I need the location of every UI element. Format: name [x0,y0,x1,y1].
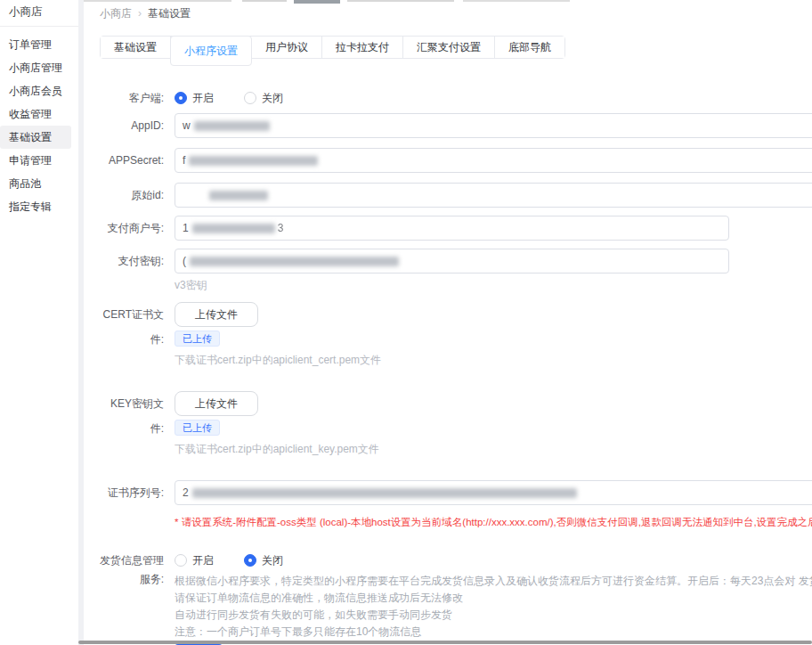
cert-file-hint: 下载证书cert.zip中的apiclient_cert.pem文件 [175,354,812,366]
main-content: 小商店 › 基础设置 基础设置 小程序设置 用户协议 拉卡拉支付 汇聚支付设置 … [84,0,812,645]
shipping-desc-line: 根据微信小程序要求，特定类型的小程序需要在平台完成发货信息录入及确认收货流程后方… [175,573,812,590]
client-on-label[interactable]: 开启 [192,91,214,106]
sidebar-menu: 订单管理 小商店管理 小商店会员 收益管理 基础设置 申请管理 商品池 指定专辑 [0,27,78,218]
sidebar-item-revenue-management[interactable]: 收益管理 [0,102,71,126]
original-id-masked-value [209,191,268,200]
shipping-desc-line: 注意：一个商户订单号下最多只能存在10个物流信息 [175,624,812,641]
shipping-off-label[interactable]: 关闭 [262,553,283,568]
key-uploaded-tag: 已上传 [175,420,220,436]
cert-serial-label: 证书序列号: [100,480,175,505]
shipping-desc-line: 请保证订单物流信息的准确性，物流信息推送成功后无法修改 [175,590,812,607]
cert-file-label: CERT证书文件: [100,302,175,352]
shipping-service-description: 根据微信小程序要求，特定类型的小程序需要在平台完成发货信息录入及确认收货流程后方… [175,573,812,641]
original-id-input[interactable] [175,183,812,208]
pay-key-value-prefix: ( [183,255,186,267]
pay-key-label: 支付密钥: [100,249,175,274]
cert-serial-value-prefix: 2 [183,486,189,499]
sidebar-item-shop-members[interactable]: 小商店会员 [0,79,71,102]
shipping-desc-line: 自动进行同步发货有失败的可能，如失败需要手动同步发货 [175,607,812,624]
breadcrumb: 小商店 › 基础设置 [100,5,812,21]
sidebar-item-basic-settings[interactable]: 基础设置 [0,126,71,149]
pay-key-hint: v3密钥 [175,279,812,291]
appid-input[interactable]: w [175,113,812,138]
appsecret-input[interactable]: f [175,148,812,173]
sidebar-item-order-management[interactable]: 订单管理 [0,33,71,56]
sidebar: 小商店 订单管理 小商店管理 小商店会员 收益管理 基础设置 申请管理 商品池 … [0,0,78,645]
client-on-radio[interactable] [175,92,187,104]
breadcrumb-root[interactable]: 小商店 [100,6,132,21]
tab-footer-nav[interactable]: 底部导航 [495,37,564,58]
oss-config-warning: * 请设置系统-附件配置-oss类型 (local)-本地host设置为当前域名… [175,516,812,528]
tab-user-agreement[interactable]: 用户协议 [252,37,322,58]
breadcrumb-separator-icon: › [138,7,142,20]
merchant-no-value-prefix: 1 [183,222,189,234]
sidebar-item-application-management[interactable]: 申请管理 [0,149,71,172]
tab-miniprogram-settings[interactable]: 小程序设置 [170,36,252,66]
shipping-service-label: 发货信息管理服务: [100,550,175,589]
merchant-no-input[interactable]: 1 3 [175,216,729,241]
breadcrumb-current: 基础设置 [148,6,191,21]
shipping-on-label[interactable]: 开启 [192,553,214,568]
key-upload-button[interactable]: 上传文件 [175,391,258,416]
sidebar-item-designated-album[interactable]: 指定专辑 [0,195,71,218]
settings-tab-bar: 基础设置 小程序设置 用户协议 拉卡拉支付 汇聚支付设置 底部导航 [100,36,565,59]
sidebar-item-product-pool[interactable]: 商品池 [0,172,71,195]
merchant-no-masked-value [192,224,275,233]
sidebar-brand: 小商店 [0,0,78,27]
client-off-label[interactable]: 关闭 [262,91,283,106]
shipping-on-radio[interactable] [175,554,187,567]
shipping-off-radio[interactable] [244,554,256,567]
appid-value-prefix: w [183,119,191,132]
miniprogram-settings-form: 客户端: 开启 关闭 AppID: w [100,86,812,645]
client-off-radio[interactable] [244,92,256,104]
cert-serial-input[interactable]: 2 [175,480,812,505]
cert-serial-masked-value [192,488,577,498]
tab-lakala-pay[interactable]: 拉卡拉支付 [322,37,403,58]
key-file-label: KEY密钥文件: [100,391,175,441]
key-file-hint: 下载证书cert.zip中的apiclient_key.pem文件 [175,443,812,455]
appsecret-masked-value [189,156,318,166]
appid-label: AppID: [100,113,175,138]
appid-masked-value [194,121,270,131]
cert-upload-button[interactable]: 上传文件 [175,302,258,327]
client-label: 客户端: [100,86,175,110]
tab-basic-settings[interactable]: 基础设置 [101,37,171,58]
cert-uploaded-tag: 已上传 [175,331,220,347]
pay-key-input[interactable]: ( [175,249,729,274]
appsecret-label: APPSecret: [100,148,175,173]
merchant-no-value-suffix: 3 [278,222,284,234]
pay-key-masked-value [190,257,399,266]
merchant-no-label: 支付商户号: [100,216,175,241]
tab-huiju-pay-settings[interactable]: 汇聚支付设置 [403,37,495,58]
app-window: 小商店 订单管理 小商店管理 小商店会员 收益管理 基础设置 申请管理 商品池 … [0,0,812,645]
sidebar-item-shop-management[interactable]: 小商店管理 [0,56,71,79]
original-id-label: 原始id: [100,183,175,208]
appsecret-value-prefix: f [183,154,185,167]
